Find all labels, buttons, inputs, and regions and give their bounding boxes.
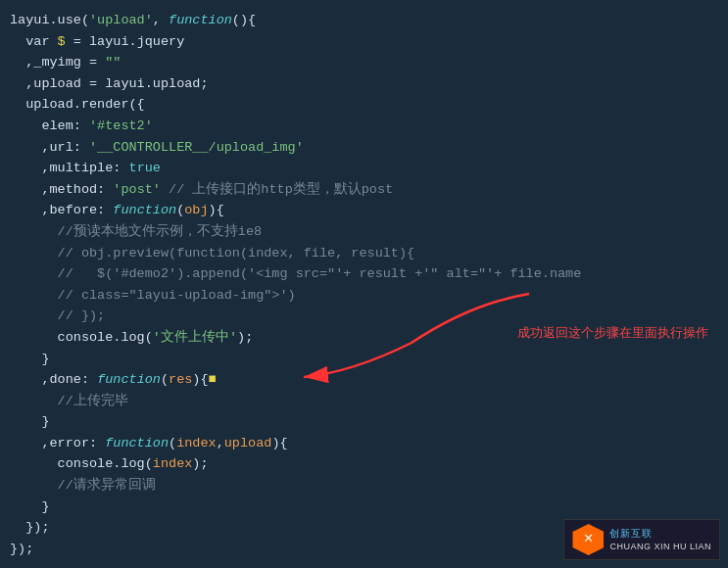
code-line: ,error: function(index,upload){ bbox=[10, 433, 728, 454]
logo-text: 创新互联 CHUANG XIN HU LIAN bbox=[609, 527, 711, 553]
code-line: // obj.preview(function(index, file, res… bbox=[10, 243, 728, 264]
code-line: layui.use('upload', function(){ bbox=[10, 10, 728, 31]
code-line: var $ = layui.jquery bbox=[10, 31, 728, 53]
logo-icon: ✕ bbox=[572, 524, 604, 555]
code-line: console.log(index); bbox=[10, 453, 728, 475]
code-editor: layui.use('upload', function(){ var $ = … bbox=[0, 0, 728, 568]
code-line: ,method: 'post' // 上传接口的http类型，默认post bbox=[10, 179, 728, 201]
logo-badge: ✕ 创新互联 CHUANG XIN HU LIAN bbox=[563, 519, 720, 560]
code-line: //请求异常回调 bbox=[10, 475, 728, 497]
code-line: //预读本地文件示例，不支持ie8 bbox=[10, 221, 728, 243]
code-line: } bbox=[10, 349, 728, 370]
code-line: elem: '#test2' bbox=[10, 116, 728, 137]
code-line: } bbox=[10, 497, 728, 518]
code-line: // class="layui-upload-img">') bbox=[10, 285, 728, 307]
code-line: ,url: '__CONTROLLER__/upload_img' bbox=[10, 137, 728, 159]
code-line: ,before: function(obj){ bbox=[10, 200, 728, 221]
code-line: ,_myimg = "" bbox=[10, 52, 728, 73]
code-line: upload.render({ bbox=[10, 94, 728, 116]
code-line: //上传完毕 bbox=[10, 391, 728, 412]
code-line: console.log('文件上传中'); bbox=[10, 327, 728, 349]
code-line: ,multiple: true bbox=[10, 158, 728, 179]
code-line: // $('#demo2').append('<img src="'+ resu… bbox=[10, 263, 728, 285]
code-line: // }); bbox=[10, 306, 728, 327]
code-line: ,done: function(res){■ bbox=[10, 369, 728, 391]
code-line: } bbox=[10, 411, 728, 433]
code-line: ,upload = layui.upload; bbox=[10, 73, 728, 95]
